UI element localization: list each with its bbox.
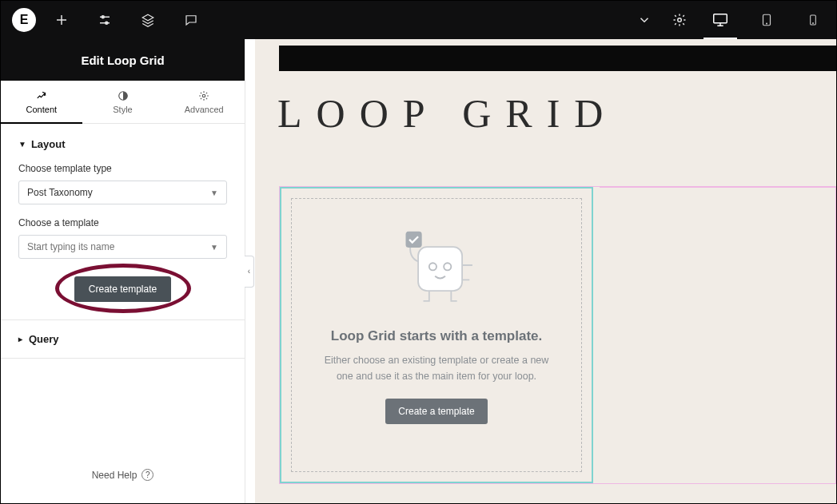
chevron-down-icon[interactable] <box>627 1 662 39</box>
empty-state-illustration <box>393 221 480 312</box>
device-desktop-icon[interactable] <box>697 1 743 39</box>
settings-sliders-icon[interactable] <box>87 1 122 39</box>
choose-template-label: Choose a template <box>18 217 227 228</box>
tab-style[interactable]: Style <box>82 81 164 123</box>
svg-rect-10 <box>418 247 462 291</box>
tab-content-label: Content <box>26 105 58 114</box>
svg-point-7 <box>813 23 814 24</box>
create-template-button[interactable]: Create template <box>74 276 171 302</box>
panel-collapse-button[interactable]: ‹ <box>245 256 254 288</box>
chevron-down-icon: ▼ <box>210 189 218 197</box>
template-type-select[interactable]: Post Taxonomy ▼ <box>18 181 227 204</box>
tab-content[interactable]: Content <box>1 81 82 124</box>
elementor-logo[interactable]: E <box>12 8 36 32</box>
panel-collapse-handle: ‹ <box>245 39 255 503</box>
chevron-down-icon: ▼ <box>210 243 218 252</box>
svg-point-1 <box>106 22 108 24</box>
caret-right-icon: ▸ <box>18 335 22 343</box>
svg-rect-3 <box>714 14 727 23</box>
panel-title: Edit Loop Grid <box>1 39 245 81</box>
panel-tabs: Content Style Advanced <box>1 81 245 124</box>
template-type-value: Post Taxonomy <box>27 187 93 198</box>
template-type-label: Choose template type <box>18 163 227 174</box>
choose-template-input[interactable] <box>27 241 210 252</box>
svg-point-5 <box>767 23 767 24</box>
svg-rect-13 <box>406 232 422 248</box>
gear-icon[interactable] <box>662 1 697 39</box>
panel-footer: Need Help ? <box>1 453 245 503</box>
svg-point-0 <box>102 16 104 18</box>
tab-advanced-label: Advanced <box>185 105 224 114</box>
canvas-menu-strip <box>279 46 836 71</box>
add-icon[interactable] <box>44 1 79 39</box>
section-layout-label: Layout <box>31 138 66 150</box>
device-mobile-icon[interactable] <box>790 1 836 39</box>
choose-template-select[interactable]: ▼ <box>18 235 227 259</box>
editor-topbar: E <box>1 1 836 39</box>
tab-style-label: Style <box>113 105 132 114</box>
section-layout: ▼ Layout Choose template type Post Taxon… <box>1 124 245 320</box>
help-icon[interactable]: ? <box>141 469 153 481</box>
section-query-header[interactable]: ▸ Query <box>1 320 245 359</box>
caret-down-icon: ▼ <box>18 140 26 149</box>
editor-canvas: LOOP GRID <box>255 39 836 503</box>
comment-icon[interactable] <box>173 1 209 39</box>
empty-state-text: Either choose an existing template or cr… <box>316 352 557 384</box>
create-a-template-button[interactable]: Create a template <box>385 399 487 424</box>
tab-advanced[interactable]: Advanced <box>163 81 245 123</box>
empty-state-heading: Loop Grid starts with a template. <box>331 328 542 344</box>
svg-point-9 <box>202 94 205 97</box>
page-title: LOOP GRID <box>277 90 836 137</box>
layers-icon[interactable] <box>130 1 165 39</box>
loop-grid-widget[interactable]: Loop Grid starts with a template. Either… <box>279 186 836 484</box>
loop-grid-cell-active[interactable]: Loop Grid starts with a template. Either… <box>280 187 593 483</box>
device-tablet-icon[interactable] <box>743 1 790 39</box>
editor-panel: Edit Loop Grid Content Style Advanced ▼ <box>1 39 245 503</box>
loop-grid-cell-secondary <box>600 187 835 483</box>
section-query-label: Query <box>29 333 59 345</box>
svg-point-2 <box>678 18 682 22</box>
need-help-link[interactable]: Need Help <box>92 470 138 481</box>
section-layout-header[interactable]: ▼ Layout <box>18 138 227 150</box>
